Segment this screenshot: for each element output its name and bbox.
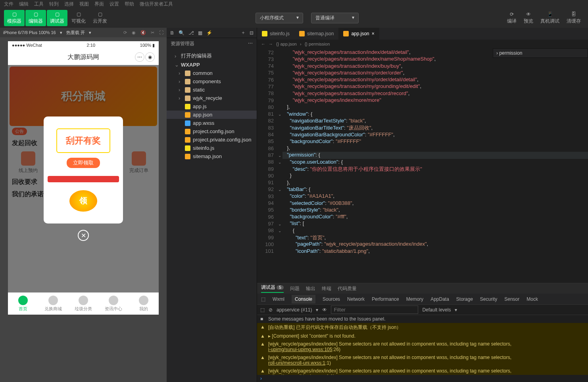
tb-模拟器[interactable]: ▢模拟器 — [4, 10, 25, 26]
mute-icon[interactable]: 🔇 — [140, 30, 146, 35]
file-sitemap.json[interactable]: sitemap.json — [167, 152, 257, 160]
dt2-tab-Memory[interactable]: Memory — [406, 296, 423, 302]
device-label[interactable]: iPhone 6/7/8 Plus 100% 16 — [3, 30, 56, 35]
editor-tabs: siteinfo.jssitemap.jsonapp.json× — [257, 28, 588, 40]
dt2-tab-AppData[interactable]: AppData — [430, 296, 449, 302]
refresh-icon[interactable]: ⟳ — [123, 30, 127, 35]
dt2-tab-Performance[interactable]: Performance — [372, 296, 399, 302]
eye-icon[interactable]: 👁 — [322, 307, 327, 313]
nav-back-icon[interactable]: ← — [261, 42, 265, 46]
file-project.config.json[interactable]: project.config.json — [167, 127, 257, 136]
phone-navbar: 大鹏源码网 ⋯ ◉ — [8, 49, 159, 65]
tb-调试器[interactable]: ▢调试器 — [47, 10, 67, 26]
dt-tab-调试器[interactable]: 调试器 5 — [261, 284, 284, 293]
hot-reload-label[interactable]: 热重载 开 — [66, 30, 85, 36]
tabbar-item[interactable]: 我的 — [129, 293, 159, 315]
tb-编辑器[interactable]: ▢编辑器 — [25, 10, 46, 26]
thunder-icon[interactable]: ⚡ — [206, 30, 212, 36]
menu-item[interactable]: 视图 — [79, 1, 89, 7]
close-icon[interactable]: ✕ — [78, 230, 89, 241]
code-editor[interactable]: 7273747576777879808182838485868788899091… — [257, 48, 588, 283]
file-app.json[interactable]: app.json — [167, 111, 257, 119]
context-dropdown[interactable]: appservice (#11) — [277, 307, 312, 313]
dt-tab-输出[interactable]: 输出 — [306, 285, 315, 292]
tb-预览[interactable]: 👁预览 — [521, 10, 536, 26]
tb-可视化[interactable]: ▢可视化 — [68, 10, 89, 26]
dt-tab-终端[interactable]: 终端 — [322, 285, 331, 292]
console-msg: ▲[wjyk_recycle/pages/index/index] Some s… — [257, 353, 588, 367]
crumb[interactable]: {} app.json — [276, 42, 297, 46]
dt2-tab-Wxml[interactable]: Wxml — [273, 296, 284, 302]
close-icon[interactable]: × — [372, 31, 375, 36]
menu-item[interactable]: 帮助 — [125, 1, 134, 7]
more-icon[interactable]: ⋯ — [248, 40, 253, 47]
tab-siteinfo.js[interactable]: siteinfo.js — [257, 28, 294, 40]
folder-static[interactable]: ›static — [167, 86, 257, 94]
dt2-tab-Console[interactable]: Console — [292, 295, 315, 304]
tb-云开发[interactable]: ▢云开发 — [90, 10, 110, 26]
tabbar-item[interactable]: 首页 — [8, 293, 38, 315]
nav-fwd-icon[interactable]: → — [269, 42, 273, 46]
modal-overlay[interactable]: 刮开有奖 立即领取 领 ✕ — [8, 65, 159, 292]
capsule-close-icon[interactable]: ◉ — [145, 52, 155, 62]
collapse-icon[interactable]: ⊟ — [250, 30, 254, 36]
ext-icon[interactable]: ▦ — [198, 30, 202, 36]
folder-components[interactable]: ›components — [167, 77, 257, 86]
tabbar-item[interactable]: 资讯中心 — [98, 293, 129, 315]
tb-清缓存[interactable]: 🗄清缓存 — [563, 10, 584, 26]
elements-icon[interactable]: ⬚ — [261, 296, 265, 302]
root-folder[interactable]: ⌄WXAPP — [167, 61, 257, 69]
git-icon[interactable]: ⎇ — [188, 30, 194, 36]
mode-dropdown[interactable]: 小程序模式▾ — [256, 13, 303, 23]
tb-真机调试[interactable]: 📱真机调试 — [537, 10, 563, 26]
new-file-icon[interactable]: ＋ — [241, 29, 246, 36]
console-filter-input[interactable] — [331, 306, 418, 314]
dt2-tab-Network[interactable]: Network — [347, 296, 365, 302]
menu-item[interactable]: 编辑 — [19, 1, 29, 7]
claim-button[interactable]: 立即领取 — [67, 158, 100, 168]
menu-item[interactable]: 转到 — [49, 1, 59, 7]
menu-item[interactable]: 选择 — [64, 1, 74, 7]
menu-item[interactable]: 文件 — [4, 1, 13, 7]
levels-dropdown[interactable]: Default levels — [422, 307, 451, 313]
clear-icon[interactable]: ⊘ — [269, 307, 273, 313]
file-siteinfo.js[interactable]: siteinfo.js — [167, 144, 257, 152]
menu-item[interactable]: 微信开发者工具 — [140, 1, 173, 7]
menu-item[interactable]: 工具 — [34, 1, 44, 7]
phone-statusbar: ●●●●● WeChat 2:10 100% ▮ — [8, 41, 159, 49]
dt2-tab-Storage[interactable]: Storage — [456, 296, 473, 302]
dt2-tab-Sensor[interactable]: Sensor — [504, 296, 519, 302]
time-label: 2:10 — [87, 43, 95, 48]
open-editors-section[interactable]: ›打开的编辑器 — [167, 51, 257, 61]
dt2-tab-Mock[interactable]: Mock — [527, 296, 538, 302]
file-project.private.config.json[interactable]: project.private.config.json — [167, 136, 257, 144]
folder-wjyk_recycle[interactable]: ›wjyk_recycle — [167, 94, 257, 102]
search-icon[interactable]: 🔍 — [179, 30, 184, 36]
explorer-panel: 🗎 🔍 ⎇ ▦ ⚡ ＋ ⊟ 资源管理器⋯ ›打开的编辑器 ⌄WXAPP ›com… — [167, 28, 257, 382]
tab-sitemap.json[interactable]: sitemap.json — [294, 28, 338, 40]
record-icon[interactable]: ◉ — [132, 30, 136, 35]
inspect-icon[interactable]: ⬚ — [260, 307, 265, 313]
carrier-label: ●●●●● WeChat — [12, 43, 42, 48]
dt-tab-问题[interactable]: 问题 — [290, 285, 300, 292]
dt2-tab-Sources[interactable]: Sources — [323, 296, 340, 302]
tabbar-item[interactable]: 垃圾分类 — [68, 293, 98, 315]
menu-item[interactable]: 界面 — [94, 1, 104, 7]
outline-panel[interactable]: › permission — [493, 48, 588, 58]
cut-icon[interactable]: ✂ — [151, 30, 154, 35]
menu-item[interactable]: 设置 — [110, 1, 119, 7]
dt2-tab-Security[interactable]: Security — [480, 296, 497, 302]
tabbar-item[interactable]: 兑换商城 — [38, 293, 68, 315]
files-icon[interactable]: 🗎 — [170, 30, 175, 36]
file-app.wxss[interactable]: app.wxss — [167, 119, 257, 127]
tb-编译[interactable]: ⟳编译 — [504, 10, 520, 26]
compile-dropdown[interactable]: 普通编译▾ — [311, 13, 359, 23]
dt-tab-代码质量[interactable]: 代码质量 — [338, 285, 357, 292]
folder-common[interactable]: ›common — [167, 69, 257, 77]
file-app.js[interactable]: app.js — [167, 102, 257, 111]
expand-icon[interactable]: ⛶ — [159, 30, 163, 35]
tab-app.json[interactable]: app.json× — [338, 28, 379, 40]
capsule-menu-icon[interactable]: ⋯ — [135, 52, 144, 62]
crumb[interactable]: {} permission — [305, 42, 330, 46]
console-prompt[interactable]: › — [257, 375, 588, 382]
